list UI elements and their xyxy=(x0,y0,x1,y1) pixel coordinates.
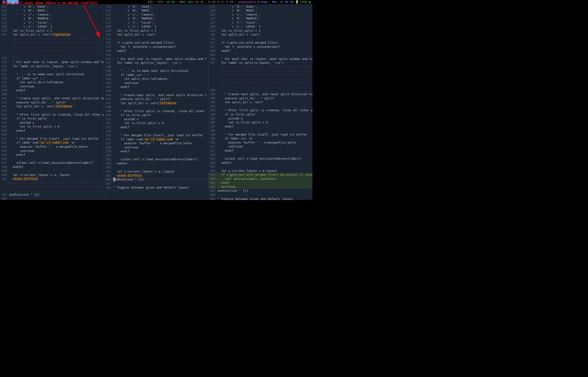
code-line[interactable]: 143 let split_dir = 'vert leftabove' xyxy=(0,104,104,108)
code-line[interactable]: 144 xyxy=(0,108,104,113)
pane-middle[interactable]: 123 \ 'b': 'base',124 \ 'B': 'BASE',125 … xyxy=(104,4,208,200)
code-line[interactable]: 140 execute split_dir . " split" xyxy=(209,96,312,100)
code-line[interactable]: 139 " Create next split, and reset split… xyxy=(209,92,312,96)
code-line[interactable]: 163 xyxy=(0,197,104,200)
code-line[interactable]: 129 let is_first_split = 1 xyxy=(104,29,208,33)
code-line[interactable]: 138 xyxy=(209,88,312,93)
code-line[interactable]: 133 let l:_winstate = winsaveview() xyxy=(209,45,312,49)
code-line[interactable]: 140 xyxy=(0,93,104,96)
pane-left[interactable]: 123 \ 'b': 'base',124 \ 'B': 'BASE',125 … xyxy=(0,4,104,200)
code-line[interactable]: 127 \ 'l': 'local', xyxy=(209,21,312,25)
code-line[interactable]: 127 \ 'l': 'local', xyxy=(104,21,208,25)
code-line[interactable]: 147 let split_dir = 'vert leftabove' xyxy=(104,101,208,105)
code-line[interactable]: 155 silent call s:load_revision(abbrevs[… xyxy=(209,157,312,161)
code-line[interactable]: 128 \ 'L': 'LOCAL' } xyxy=(209,24,312,29)
code-line[interactable]: 153 endif xyxy=(104,125,208,129)
code-line[interactable]: 127 \ 'l': 'local', xyxy=(0,21,104,25)
code-line[interactable]: 131 xyxy=(209,37,312,41)
editor-area[interactable]: 123 \ 'b': 'base',124 \ 'B': 'BASE',125 … xyxy=(0,4,312,200)
code-line[interactable]: 131 xyxy=(0,56,104,60)
code-line[interactable]: 139 " ',' is to make next split horizont… xyxy=(104,69,208,73)
code-line[interactable]: 134 endif xyxy=(209,49,312,53)
code-line[interactable]: 126 \ 'R': 'REMOTE', xyxy=(104,16,208,21)
code-line[interactable]: 160 let s:current_layout = a:_layout xyxy=(0,173,104,177)
code-line[interactable]: 157 xyxy=(209,165,312,169)
code-line[interactable]: 160····call winrestview(l:_winstate) xyxy=(209,177,312,181)
code-line[interactable]: 128 \ 'L': 'LOCAL' } xyxy=(104,24,208,29)
code-line[interactable]: 136 " For each char in layout, open spli… xyxy=(209,57,312,61)
code-line[interactable]: 152 if labbr ==# 'w' || labbr ==# 'm' xyxy=(0,141,104,145)
code-line[interactable]: 150 xyxy=(0,132,104,137)
code-line[interactable]: 135 xyxy=(209,53,312,57)
code-line[interactable]: 150 if labbr ==? 'm' xyxy=(209,136,312,141)
code-line[interactable]: 138 xyxy=(104,65,208,69)
code-line[interactable]: 131 xyxy=(104,37,208,41)
code-line[interactable]: 144 if is_first_split xyxy=(209,112,312,117)
code-line[interactable]: 139 endif xyxy=(0,88,104,93)
code-line[interactable]: 132 if s:goto_win_with_merged_file() xyxy=(209,41,312,45)
code-line[interactable]: 133 let l:_winstate = winsaveview() xyxy=(104,45,208,49)
code-line[interactable]: 150 if is_first_split xyxy=(104,113,208,117)
code-line[interactable]: 146 execute split_dir . " split" xyxy=(104,97,208,101)
code-line[interactable]: 145 " After first split is created, clos… xyxy=(0,113,104,117)
code-line[interactable]: 126 \ 'R': 'REMOTE', xyxy=(209,16,312,21)
code-line[interactable]: 161 windo diffthis xyxy=(0,177,104,181)
code-line[interactable]: 130 let split_dir = 'vert rightbelow' xyxy=(0,33,104,37)
code-line[interactable]: 157 silent call s:load_revision(abbrevs[… xyxy=(0,161,104,165)
code-line[interactable]: 156 xyxy=(0,157,104,161)
code-line[interactable]: 158 continue xyxy=(104,145,208,150)
code-line[interactable]: 151 execute "buffer " . s:mergedfile_buf… xyxy=(209,141,312,145)
code-line[interactable]: 148 xyxy=(104,105,208,109)
code-line[interactable]: 142 execute split_dir . " split" xyxy=(0,100,104,105)
code-middle[interactable]: 123 \ 'b': 'base',124 \ 'B': 'BASE',125 … xyxy=(104,4,208,200)
code-line[interactable]: 123 \ 'b': 'base', xyxy=(104,5,208,9)
code-line[interactable]: 144 xyxy=(104,89,208,93)
code-line[interactable]: 154 xyxy=(209,153,312,157)
code-line[interactable]: 159 if s:goto_win_with_merged_file() && … xyxy=(209,173,312,177)
code-line[interactable]: 159 xyxy=(0,169,104,173)
code-line[interactable]: 155 endif xyxy=(0,153,104,157)
code-line[interactable]: 128 \ 'L': 'LOCAL' } xyxy=(0,24,104,29)
code-line[interactable]: 134 xyxy=(0,68,104,72)
code-line[interactable]: 146 if is_first_split xyxy=(0,117,104,121)
code-line[interactable]: 134 endif xyxy=(104,49,208,53)
code-line[interactable]: 130 let split_dir = 'vert' xyxy=(104,33,208,37)
code-line[interactable]: 135 xyxy=(104,53,208,57)
code-line[interactable]: 141 " Create next split, and reset split… xyxy=(0,96,104,100)
code-line[interactable]: 125 \ 'r': 'remote', xyxy=(104,13,208,17)
code-line[interactable]: 166endfunction·"·}}} xyxy=(104,177,208,182)
code-line[interactable]: 153 execute "buffer " . s:mergedfile_buf… xyxy=(0,145,104,149)
code-line[interactable]: 145 wincmd o xyxy=(209,117,312,121)
code-line[interactable]: 163 xyxy=(104,165,208,169)
code-line[interactable]: 168" Toggles between given and default l… xyxy=(104,186,208,190)
code-line[interactable]: 161··endif xyxy=(209,181,312,185)
code-line[interactable]: 154 continue xyxy=(0,149,104,153)
code-line[interactable]: 137 for labbr in split(a:layout, '\zs') xyxy=(209,61,312,65)
code-line[interactable]: 141 let split_dir='leftabove' xyxy=(104,77,208,81)
code-line[interactable]: 158 endfor xyxy=(0,165,104,169)
code-line[interactable]: 160 xyxy=(104,153,208,158)
code-line[interactable]: 164 xyxy=(209,193,312,197)
code-line[interactable]: 143 endif xyxy=(104,85,208,89)
code-line[interactable]: 165 windo diffthis xyxy=(104,174,208,178)
code-line[interactable]: 162endfunction " }}} xyxy=(0,193,104,197)
code-line[interactable]: 123 \ 'b': 'base', xyxy=(209,5,312,9)
code-line[interactable]: 141 let split_dir = 'vert' xyxy=(209,100,312,104)
code-line[interactable]: 148 xyxy=(209,129,312,132)
code-line[interactable]: 158 let s:current_layout = a:layout xyxy=(209,169,312,173)
code-line[interactable]: 162··diffthis xyxy=(209,185,312,189)
code-line[interactable]: 156 endfor xyxy=(209,161,312,165)
code-line[interactable]: 149 endif xyxy=(0,129,104,133)
code-line[interactable]: 154 xyxy=(104,129,208,133)
code-line[interactable]: 167 xyxy=(104,182,208,186)
code-line[interactable]: 146 let is_first_split = 0 xyxy=(209,120,312,125)
code-line[interactable]: 157 execute "buffer " . s:mergedfile_buf… xyxy=(104,141,208,145)
code-line[interactable]: 159 endif xyxy=(104,149,208,153)
code-line[interactable]: 149 " After first split is created, clos… xyxy=(104,109,208,113)
code-line[interactable]: 161 silent call s:load_revision(abbrevs[… xyxy=(104,157,208,161)
code-line[interactable]: 156 if labbr ==# 'w' || labbr ==# 'm' xyxy=(104,137,208,141)
code-line[interactable]: 142 continue xyxy=(104,81,208,85)
code-line[interactable]: 132 if s:goto_win_with_merged_file() xyxy=(104,41,208,45)
pane-right[interactable]: 123 \ 'b': 'base',124 \ 'B': 'BASE',125 … xyxy=(209,4,312,200)
code-left[interactable]: 123 \ 'b': 'base',124 \ 'B': 'BASE',125 … xyxy=(0,4,104,200)
